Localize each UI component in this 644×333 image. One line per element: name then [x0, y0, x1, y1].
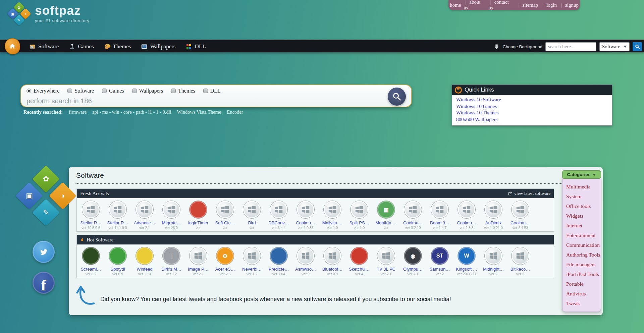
app-icon[interactable]: W	[458, 247, 476, 265]
app-icon[interactable]: ▦	[377, 201, 395, 219]
app-name-link[interactable]: Dirk's M…	[158, 267, 185, 272]
app-tile[interactable]: ▦ MobiKin … ver	[373, 201, 399, 230]
app-icon[interactable]	[297, 201, 315, 219]
app-name-link[interactable]: Olympu…	[399, 267, 426, 272]
navbar-search-input[interactable]	[545, 42, 596, 51]
app-tile[interactable]: Advance… ver 2.1	[131, 201, 158, 230]
home-button[interactable]	[5, 38, 20, 54]
app-tile[interactable]: Mailvita … ver 1.0	[319, 201, 346, 230]
app-icon[interactable]: ST	[431, 247, 449, 265]
change-background-arrow-icon[interactable]	[494, 44, 499, 50]
category-link[interactable]: Internet	[566, 221, 601, 230]
app-tile[interactable]: ◉ Olympu… ver 2.1	[399, 247, 426, 276]
app-name-link[interactable]: Coolmu…	[453, 220, 480, 225]
recent-search-link[interactable]: Encoder	[227, 109, 243, 115]
app-name-link[interactable]: Stellar R…	[77, 220, 104, 225]
app-tile[interactable]: loginTimer ver	[185, 201, 212, 230]
nav-menu-item[interactable]: Games	[64, 40, 99, 53]
app-tile[interactable]: Screami… ver 8.2	[77, 247, 104, 276]
top-nav-link[interactable]: sitemap	[515, 2, 539, 8]
app-name-link[interactable]: Midnight…	[480, 267, 507, 272]
app-tile[interactable]: ⚙ Acer eS… ver 2.5	[212, 247, 238, 276]
app-icon[interactable]	[162, 201, 180, 219]
facebook-button[interactable]: f	[33, 272, 55, 294]
app-icon[interactable]	[484, 247, 502, 265]
category-link[interactable]: Entertainment	[566, 230, 601, 240]
app-name-link[interactable]: Bird	[238, 220, 265, 225]
app-icon[interactable]	[511, 201, 529, 219]
app-icon[interactable]: ⚙	[216, 247, 234, 265]
app-icon[interactable]	[270, 247, 288, 265]
app-name-link[interactable]: MobiKin …	[373, 220, 399, 225]
app-name-link[interactable]: Mailvita …	[319, 220, 346, 225]
app-icon[interactable]: ║	[162, 247, 180, 265]
change-background-link[interactable]: Change Background	[502, 44, 542, 49]
app-name-link[interactable]: DBConv…	[265, 220, 292, 225]
app-icon[interactable]	[189, 247, 207, 265]
search-scope-option[interactable]: Wallpapers	[132, 88, 163, 94]
recent-search-link[interactable]: Windows Vista Theme	[177, 109, 221, 115]
radio-button[interactable]	[26, 89, 31, 93]
app-name-link[interactable]: Neverbl…	[238, 267, 265, 272]
app-name-link[interactable]: AuDimix	[480, 220, 507, 225]
app-tile[interactable]: Image P… ver 2.1	[185, 247, 212, 276]
category-link[interactable]: System	[566, 191, 601, 201]
radio-button[interactable]	[67, 89, 72, 93]
radio-button[interactable]	[203, 89, 208, 93]
app-tile[interactable]: Coolmu… ver 3.2.10	[399, 201, 426, 230]
nav-menu-item[interactable]: Themes	[99, 40, 136, 53]
app-name-link[interactable]: Image P…	[185, 267, 212, 272]
app-name-link[interactable]: Samsun…	[426, 267, 453, 272]
app-tile[interactable]: Bird ver	[238, 201, 265, 230]
recent-search-link[interactable]: firmware	[69, 109, 87, 115]
app-name-link[interactable]: Screami…	[77, 267, 104, 272]
app-name-link[interactable]: Split PS…	[346, 220, 373, 225]
app-icon[interactable]	[323, 247, 341, 265]
app-name-link[interactable]: TV 3L PC	[373, 267, 399, 272]
quick-link[interactable]: Windows 10 Software	[456, 97, 608, 103]
nav-menu-item[interactable]: Wallpapers	[136, 40, 180, 53]
app-tile[interactable]: Neverbl… ver 1.2	[238, 247, 265, 276]
site-logo[interactable]: ✿ ▣ ◑ ✎ softpaz your #1 software directo…	[8, 3, 90, 25]
app-icon[interactable]	[431, 201, 449, 219]
app-name-link[interactable]: Bluetoot…	[319, 267, 346, 272]
app-name-link[interactable]: SketchU…	[346, 267, 373, 272]
app-icon[interactable]	[350, 201, 368, 219]
hero-search-button[interactable]	[388, 88, 406, 106]
app-tile[interactable]: Split PS… ver 1.0	[346, 201, 373, 230]
category-link[interactable]: File managers	[566, 260, 601, 269]
app-tile[interactable]: Stellar R… ver 11.1.0.0	[104, 201, 131, 230]
app-icon[interactable]	[484, 201, 502, 219]
app-tile[interactable]: Coolmu… ver 2.4.53	[507, 201, 534, 230]
app-icon[interactable]	[136, 201, 154, 219]
category-link[interactable]: iPod iPad Tools	[566, 269, 601, 279]
top-nav-link[interactable]: signup	[558, 2, 580, 8]
navbar-search-button[interactable]	[633, 42, 642, 51]
app-icon[interactable]	[189, 201, 207, 219]
search-scope-option[interactable]: DLL	[203, 88, 221, 94]
category-link[interactable]: Antivirus	[566, 289, 601, 298]
top-nav-link[interactable]: about us	[462, 0, 487, 11]
top-nav-link[interactable]: contact us	[487, 0, 515, 11]
app-tile[interactable]: AuDimix ver 1.0.21.0	[480, 201, 507, 230]
quick-link[interactable]: Windows 10 Themes	[456, 110, 608, 116]
top-nav-link[interactable]: home	[448, 2, 462, 8]
app-tile[interactable]: DBConv… ver 3.4.4	[265, 201, 292, 230]
search-scope-option[interactable]: Software	[67, 88, 94, 94]
radio-button[interactable]	[132, 89, 137, 93]
app-tile[interactable]: MIgrate… ver 23.9	[158, 201, 185, 230]
app-name-link[interactable]: BitReco…	[507, 267, 534, 272]
app-icon[interactable]	[511, 247, 529, 265]
app-name-link[interactable]: Stellar R…	[104, 220, 131, 225]
app-icon[interactable]: ◉	[404, 247, 422, 265]
app-icon[interactable]	[82, 201, 100, 219]
app-name-link[interactable]: Predicte…	[265, 267, 292, 272]
app-tile[interactable]: Coolmu… ver 1.0.35	[292, 201, 319, 230]
category-link[interactable]: Widgets	[566, 211, 601, 221]
category-link[interactable]: Tweak	[566, 298, 601, 308]
app-name-link[interactable]: Kingsoft …	[453, 267, 480, 272]
app-icon[interactable]	[216, 201, 234, 219]
app-name-link[interactable]: Coolmu…	[292, 220, 319, 225]
app-name-link[interactable]: Asmwso…	[292, 267, 319, 272]
app-icon[interactable]	[136, 247, 154, 265]
